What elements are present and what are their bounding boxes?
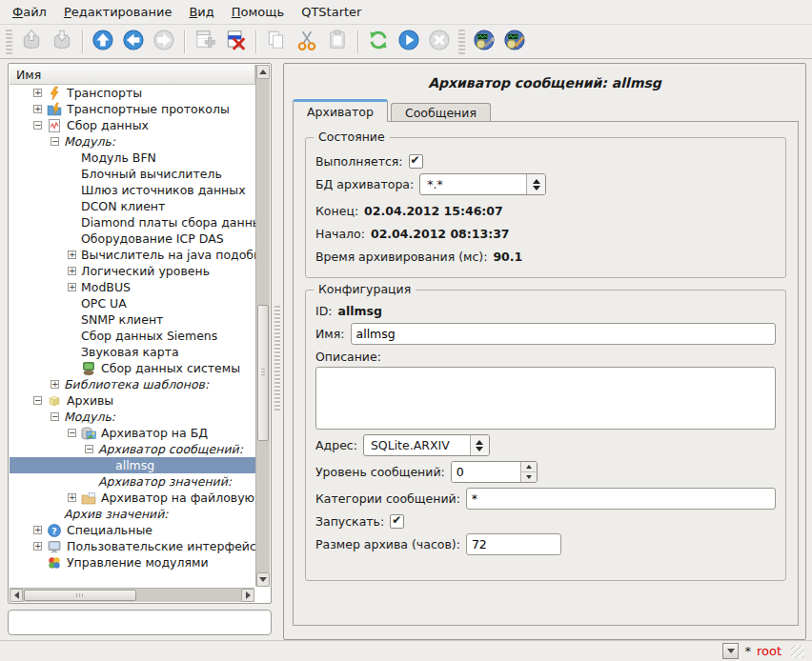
tree-item[interactable]: Блочный вычислитель xyxy=(10,166,255,182)
tree-item[interactable]: +Вычислитель на java подобном xyxy=(10,247,255,263)
tree-item[interactable]: +Логический уровень xyxy=(10,263,255,279)
tree-item[interactable]: Сбор данных Siemens xyxy=(10,328,255,344)
address-combo[interactable]: SQLite.ARXIV xyxy=(363,434,490,456)
name-input[interactable] xyxy=(351,323,776,345)
tree-item[interactable]: Модуль BFN xyxy=(10,150,255,166)
tree-item[interactable]: Архив значений: xyxy=(10,506,255,522)
expand-icon[interactable]: + xyxy=(33,105,42,113)
scroll-right-icon[interactable] xyxy=(241,589,254,602)
add-item-button[interactable] xyxy=(191,28,219,56)
tree-header[interactable]: Имя xyxy=(10,65,255,85)
tree-item[interactable]: +Библиотека шаблонов: xyxy=(10,376,255,392)
to-start-checkbox[interactable] xyxy=(390,514,404,529)
copy-button[interactable] xyxy=(262,28,291,56)
tree-item[interactable]: Шлюз источников данных xyxy=(10,182,255,198)
expand-icon[interactable]: + xyxy=(33,526,42,534)
archive-size-input[interactable] xyxy=(466,533,561,555)
horizontal-scrollbar[interactable] xyxy=(10,588,254,602)
expand-icon[interactable]: + xyxy=(68,267,76,275)
user-dropdown-button[interactable] xyxy=(722,643,739,659)
tree-item[interactable]: Управление модулями xyxy=(10,554,255,571)
user-label[interactable]: root xyxy=(757,644,782,658)
vertical-scrollbar[interactable] xyxy=(255,65,270,587)
tree-item[interactable]: SNMP клиент xyxy=(10,311,255,328)
tree-item[interactable]: −Сбор данных xyxy=(10,117,255,133)
cut-button[interactable] xyxy=(293,28,321,56)
collapse-icon[interactable]: − xyxy=(51,412,59,421)
menu-edit[interactable]: Редактирование xyxy=(55,2,180,22)
tree-item[interactable]: Архиватор значений: xyxy=(10,473,255,490)
delete-item-button[interactable] xyxy=(221,28,250,56)
tab-messages[interactable]: Сообщения xyxy=(391,103,491,122)
spin-up-icon[interactable] xyxy=(521,462,537,472)
resize-grip-icon[interactable] xyxy=(791,645,804,658)
tree-item[interactable]: +Пользовательские интерфейсы xyxy=(10,538,255,554)
save-to-db-button[interactable] xyxy=(48,28,76,56)
forward-button[interactable] xyxy=(150,28,178,56)
menu-help[interactable]: Помощь xyxy=(223,2,293,22)
tree-item-label: Звуковая карта xyxy=(81,345,179,359)
tree-item[interactable]: +Архиватор на файловую си xyxy=(10,490,255,506)
tree-item[interactable]: +?Специальные xyxy=(10,522,255,538)
refresh-button[interactable] xyxy=(364,28,393,56)
tree-item[interactable]: +ModBUS xyxy=(10,279,255,295)
horizontal-scroll-thumb[interactable] xyxy=(24,590,136,601)
menu-file[interactable]: Файл xyxy=(4,2,55,22)
scroll-down-icon[interactable] xyxy=(256,572,270,587)
tree-item[interactable]: Звуковая карта xyxy=(10,344,255,360)
tree-item[interactable]: −Модуль: xyxy=(10,409,255,425)
qtui-button[interactable] xyxy=(500,28,529,56)
collapse-icon[interactable]: − xyxy=(85,445,93,453)
tree-item[interactable]: Diamond платы сбора данных xyxy=(10,214,255,230)
collapse-icon[interactable]: − xyxy=(68,429,76,437)
tree-item-selected[interactable]: allmsg xyxy=(10,457,255,473)
expand-icon[interactable]: + xyxy=(33,542,42,551)
message-categories-input[interactable] xyxy=(466,488,776,510)
scroll-left-icon[interactable] xyxy=(10,589,23,602)
description-textarea[interactable] xyxy=(315,367,776,430)
message-level-spinbox[interactable] xyxy=(451,461,538,483)
expand-icon[interactable]: + xyxy=(68,250,76,259)
expand-icon[interactable]: + xyxy=(51,380,59,389)
tree-item[interactable]: Сбор данных системы xyxy=(10,360,255,376)
tree-item[interactable]: OPC UA xyxy=(10,295,255,311)
tree-item[interactable]: −Модуль: xyxy=(10,133,255,150)
up-button[interactable] xyxy=(89,28,117,56)
message-level-input[interactable] xyxy=(452,462,520,482)
tree-item[interactable]: −Архиватор на БД xyxy=(10,425,255,441)
tree-item[interactable]: −Архиватор сообщений: xyxy=(10,441,255,457)
running-checkbox[interactable] xyxy=(409,154,423,169)
panel-splitter[interactable] xyxy=(273,63,282,604)
toolbar-grip-icon[interactable] xyxy=(6,30,12,54)
collapse-icon[interactable]: − xyxy=(51,137,59,146)
menu-qtstarter[interactable]: QTStarter xyxy=(293,2,370,22)
menu-view[interactable]: Вид xyxy=(180,2,222,22)
paste-button[interactable] xyxy=(323,28,352,56)
combo-arrows-icon[interactable] xyxy=(526,174,545,194)
qtcfg-button[interactable] xyxy=(470,28,498,56)
stop-button[interactable] xyxy=(425,28,454,56)
tree-item[interactable]: −Архивы xyxy=(10,392,255,409)
start-button[interactable] xyxy=(395,28,423,56)
tree-filter-input[interactable] xyxy=(8,610,272,635)
tab-archiver[interactable]: Архиватор xyxy=(293,99,388,122)
collapse-icon[interactable]: − xyxy=(33,396,42,405)
tree-item[interactable]: +Транспорты xyxy=(10,85,255,101)
expand-icon[interactable]: + xyxy=(68,493,76,502)
collapse-icon[interactable]: − xyxy=(33,121,42,130)
expand-icon[interactable]: + xyxy=(68,283,76,291)
scroll-up-icon[interactable] xyxy=(256,65,270,79)
archiver-db-combo[interactable]: *.* xyxy=(419,173,546,195)
vertical-scroll-thumb[interactable] xyxy=(257,305,269,440)
question-icon: ? xyxy=(47,523,62,538)
spin-down-icon[interactable] xyxy=(521,472,537,482)
back-button[interactable] xyxy=(119,28,148,56)
tree-item[interactable]: Оборудование ICP DAS xyxy=(10,230,255,247)
tree-item[interactable]: DCON клиент xyxy=(10,198,255,214)
toolbar-grip-icon[interactable] xyxy=(458,30,465,54)
tree-item[interactable]: +Транспортные протоколы xyxy=(10,101,255,117)
combo-arrows-icon[interactable] xyxy=(470,435,489,455)
expand-icon[interactable]: + xyxy=(33,89,42,97)
load-from-db-button[interactable] xyxy=(17,28,46,56)
tab-pane: Состояние Выполняется: БД архиватора: *.… xyxy=(293,121,799,626)
